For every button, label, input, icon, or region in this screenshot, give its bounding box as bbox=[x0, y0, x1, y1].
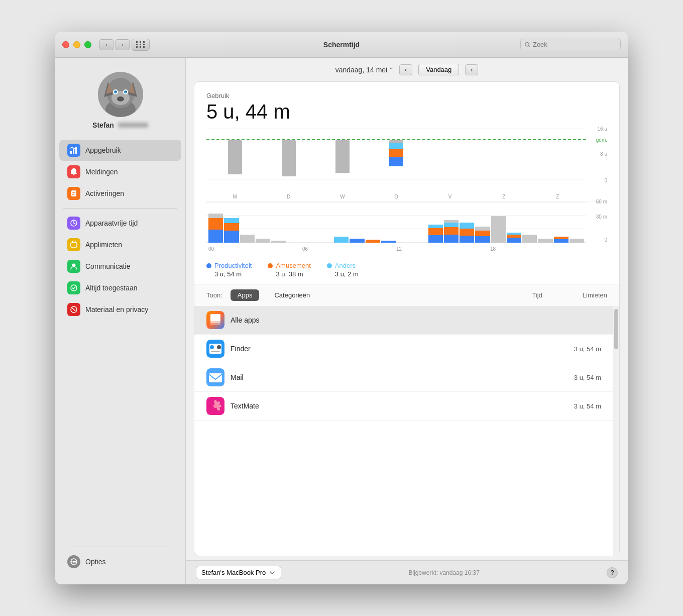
updated-text: Bijgewerkt: vandaag 16:37 bbox=[408, 569, 479, 576]
col-limieten: Limieten bbox=[583, 291, 607, 299]
app-row-alle[interactable]: Alle apps bbox=[194, 306, 613, 335]
weekly-chart: 16 u 8 u 0 gem. bbox=[206, 129, 607, 199]
today-button[interactable]: Vandaag bbox=[418, 64, 459, 75]
user-blur-bar bbox=[118, 123, 148, 128]
sidebar-label-activeringen: Activeringen bbox=[85, 189, 124, 197]
sidebar-item-applimieten[interactable]: Applimieten bbox=[59, 234, 181, 255]
legend-label-amusement: Amusement bbox=[276, 262, 310, 269]
date-next-button[interactable]: › bbox=[465, 64, 478, 75]
date-prev-button[interactable]: ‹ bbox=[399, 64, 412, 75]
app-time-textmate: 3 u, 54 m bbox=[574, 402, 601, 410]
app-icon-mail bbox=[206, 368, 224, 386]
svg-point-0 bbox=[525, 42, 529, 46]
hourly-y-30: 30 m bbox=[596, 214, 607, 220]
hbar-20 bbox=[507, 233, 521, 243]
sidebar-item-apparaatvrije[interactable]: Apparaatvrije tijd bbox=[59, 213, 181, 234]
svg-rect-23 bbox=[72, 192, 75, 193]
activeringen-icon bbox=[67, 187, 80, 200]
bar-tuesday bbox=[264, 140, 313, 190]
scrollbar-thumb[interactable] bbox=[614, 309, 618, 349]
svg-rect-19 bbox=[73, 149, 74, 154]
sidebar-label-altijdtoeg: Altijd toegestaan bbox=[85, 284, 138, 292]
device-label: Stefan's MacBook Pro bbox=[201, 569, 266, 576]
grid-view-button[interactable] bbox=[132, 39, 150, 51]
hbar-23 bbox=[554, 237, 568, 243]
hbar-15 bbox=[428, 225, 443, 243]
sidebar-item-opties[interactable]: Opties bbox=[59, 551, 181, 572]
applimieten-icon bbox=[67, 238, 80, 251]
user-name-text: Stefan bbox=[92, 121, 114, 129]
help-button[interactable]: ? bbox=[607, 567, 618, 578]
minimize-button[interactable] bbox=[73, 41, 80, 48]
app-time-finder: 3 u, 54 m bbox=[574, 345, 601, 353]
hour-label-18: 18 bbox=[490, 246, 584, 252]
weekly-bars-container bbox=[206, 140, 586, 190]
back-button[interactable]: ‹ bbox=[99, 39, 113, 50]
hbar-2 bbox=[224, 218, 239, 243]
sidebar-label-applimieten: Applimieten bbox=[85, 241, 122, 249]
sidebar-label-appgebruik: Appgebruik bbox=[85, 146, 121, 154]
usage-section: Gebruik 5 u, 44 m bbox=[194, 82, 619, 258]
bar-thursday-fill bbox=[389, 140, 403, 166]
svg-point-34 bbox=[75, 561, 77, 563]
scrollbar[interactable] bbox=[613, 306, 619, 556]
bar-sunday bbox=[533, 140, 582, 190]
hbar-17 bbox=[460, 223, 474, 243]
search-input[interactable] bbox=[533, 41, 616, 48]
chevron-down-icon bbox=[269, 569, 276, 576]
svg-rect-24 bbox=[72, 194, 74, 195]
nav-buttons: ‹ › bbox=[99, 39, 130, 50]
sidebar-item-appgebruik[interactable]: Appgebruik bbox=[59, 140, 181, 161]
y-label-8: 8 u bbox=[600, 151, 607, 157]
hbar-11 bbox=[366, 240, 380, 243]
legend-time-anders: 3 u, 2 m bbox=[327, 270, 359, 278]
hbar-5 bbox=[271, 241, 286, 243]
app-row-mail[interactable]: Mail 3 u, 54 m bbox=[194, 363, 613, 392]
sidebar-label-communicatie: Communicatie bbox=[85, 262, 130, 270]
sidebar-bottom: Opties bbox=[55, 539, 185, 576]
y-label-0: 0 bbox=[604, 178, 607, 183]
svg-rect-22 bbox=[71, 190, 76, 196]
toon-categorieen-button[interactable]: Categorieën bbox=[267, 289, 317, 301]
sidebar-item-communicatie[interactable]: Communicatie bbox=[59, 256, 181, 277]
search-icon bbox=[525, 42, 530, 48]
sidebar-item-altijdtoeg[interactable]: Altijd toegestaan bbox=[59, 277, 181, 298]
app-row-textmate[interactable]: TextMate 3 u, 54 m bbox=[194, 392, 613, 421]
hour-label-06: 06 bbox=[302, 246, 396, 252]
hbar-16 bbox=[444, 220, 459, 243]
hour-label-00: 00 bbox=[208, 246, 302, 252]
date-label: vandaag, 14 mei ⌃ bbox=[335, 66, 394, 74]
communicatie-icon bbox=[67, 260, 80, 273]
forward-button[interactable]: › bbox=[116, 39, 130, 50]
sidebar-nav: Appgebruik Meldingen bbox=[55, 139, 185, 539]
sidebar-item-meldingen[interactable]: Meldingen bbox=[59, 161, 181, 182]
legend-anders: Anders 3 u, 2 m bbox=[327, 262, 359, 278]
day-label-z2: Z bbox=[533, 194, 582, 199]
app-row-finder[interactable]: Finder 3 u, 54 m bbox=[194, 335, 613, 363]
svg-point-55 bbox=[213, 404, 217, 408]
hbar-3 bbox=[240, 235, 255, 243]
sidebar-item-materiaal[interactable]: Materiaal en privacy bbox=[59, 299, 181, 320]
hourly-y-0: 0 bbox=[604, 237, 607, 243]
app-name-mail: Mail bbox=[231, 373, 568, 381]
legend-label-anders: Anders bbox=[335, 262, 356, 269]
sidebar: Stefan Appgebruik bbox=[55, 58, 186, 584]
maximize-button[interactable] bbox=[84, 41, 91, 48]
date-text: vandaag, 14 mei bbox=[335, 66, 388, 74]
day-labels: M D W D V Z Z bbox=[206, 194, 586, 199]
hbar-19 bbox=[491, 216, 506, 243]
toon-apps-button[interactable]: Apps bbox=[231, 289, 260, 301]
chevron-icon: ⌃ bbox=[389, 67, 393, 72]
svg-rect-45 bbox=[209, 373, 222, 382]
bottom-bar: Stefan's MacBook Pro Bijgewerkt: vandaag… bbox=[186, 560, 628, 584]
hbar-1 bbox=[208, 210, 223, 243]
close-button[interactable] bbox=[62, 41, 69, 48]
hbar-4 bbox=[256, 239, 270, 243]
hbar-10 bbox=[350, 239, 364, 243]
sidebar-item-activeringen[interactable]: Activeringen bbox=[59, 183, 181, 204]
search-box[interactable] bbox=[520, 39, 621, 50]
svg-rect-43 bbox=[211, 351, 220, 352]
device-selector[interactable]: Stefan's MacBook Pro bbox=[196, 566, 281, 579]
svg-line-30 bbox=[72, 308, 75, 311]
legend-time-productiviteit: 3 u, 54 m bbox=[206, 270, 252, 278]
